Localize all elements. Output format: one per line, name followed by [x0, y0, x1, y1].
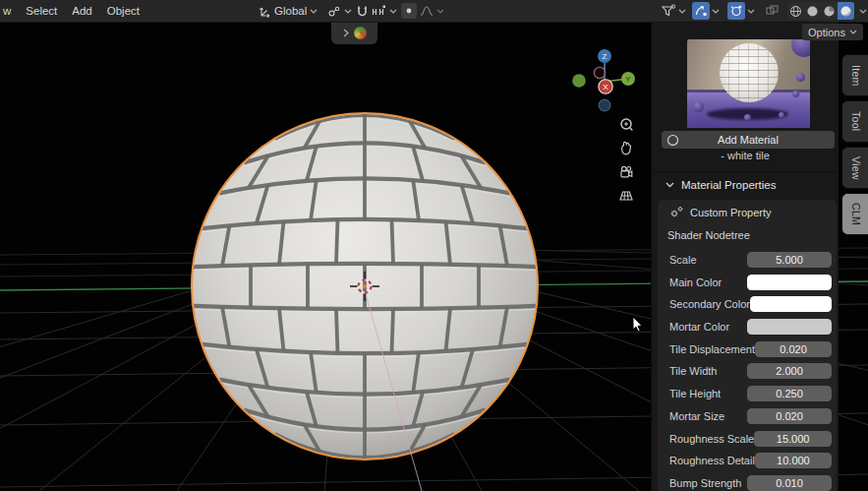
show-overlays-toggle[interactable] — [727, 2, 745, 20]
property-label: Secondary Color — [667, 298, 750, 310]
header-menus: w Select Add Object — [3, 5, 154, 17]
chevron-down-icon[interactable] — [747, 9, 755, 14]
material-preview-image — [687, 39, 810, 128]
number-field[interactable]: 0.250 — [747, 386, 832, 401]
snap-target-icon[interactable] — [372, 5, 386, 18]
collapsed-last-operator-panel[interactable] — [331, 22, 377, 44]
svg-text:X: X — [603, 83, 608, 92]
number-field[interactable]: 0.010 — [747, 475, 832, 491]
gizmo-neg-y-ball[interactable] — [572, 74, 586, 88]
property-row: Roughness Scale15.000 — [667, 431, 832, 447]
orientation-axes-icon — [259, 5, 271, 18]
chevron-down-icon[interactable] — [389, 9, 397, 14]
shading-mode-group — [787, 2, 854, 20]
chevron-down-icon[interactable] — [436, 9, 444, 14]
number-field[interactable]: 0.020 — [747, 408, 832, 424]
shading-solid-button[interactable] — [804, 2, 821, 20]
property-row: Tile Height0.250 — [667, 386, 832, 401]
color-swatch[interactable] — [750, 296, 832, 312]
property-label: Tile Width — [667, 365, 747, 377]
sidebar-tab-clm[interactable]: CLM — [841, 193, 868, 235]
sidebar-tab-item[interactable]: Item — [841, 54, 868, 96]
property-label: Tile Height — [667, 388, 747, 399]
preview-ball — [796, 73, 805, 82]
number-field[interactable]: 5.000 — [747, 252, 832, 268]
section-title: Material Properties — [681, 179, 777, 191]
chevron-down-icon — [310, 9, 318, 14]
number-field[interactable]: 0.020 — [755, 341, 832, 357]
xray-toggle[interactable] — [765, 4, 780, 18]
property-label: Mortar Color — [667, 321, 747, 333]
shading-rendered-button[interactable] — [838, 2, 854, 20]
color-swatch[interactable] — [747, 275, 832, 290]
preview-ball — [791, 39, 810, 57]
chevron-down-icon — [849, 30, 857, 34]
chevron-down-icon[interactable] — [859, 9, 867, 14]
menu-view[interactable]: w — [3, 5, 20, 17]
chevron-down-icon — [344, 9, 352, 14]
material-properties-section-header[interactable]: Material Properties — [665, 176, 777, 194]
proportional-edit-controls — [401, 0, 444, 22]
chevron-down-icon — [665, 182, 674, 188]
number-field[interactable]: 2.000 — [747, 363, 832, 379]
property-rows: Scale5.000Main ColorSecondary ColorMorta… — [667, 252, 832, 491]
add-material-label: Add Material — [718, 134, 779, 146]
show-gizmo-toggle[interactable] — [692, 2, 710, 20]
property-row: Mortar Size0.020 — [667, 408, 832, 424]
property-label: Scale — [667, 254, 747, 266]
proportional-edit-icon[interactable] — [401, 3, 417, 19]
shading-material-button[interactable] — [821, 2, 838, 20]
transform-orientation-dropdown[interactable]: Global — [259, 0, 318, 22]
menu-add[interactable]: Add — [72, 5, 100, 17]
shading-wireframe-button[interactable] — [787, 2, 804, 20]
pivot-point-dropdown[interactable] — [327, 0, 352, 22]
sidebar-tab-view[interactable]: View — [841, 147, 868, 189]
sidebar-tab-tool[interactable]: Tool — [841, 100, 868, 143]
property-row: Main Color — [667, 275, 832, 290]
svg-text:Z: Z — [603, 52, 608, 61]
gizmo-neg-x-ball[interactable] — [594, 67, 605, 78]
property-row: Tile Displacement0.020 — [667, 341, 832, 357]
menu-object[interactable]: Object — [107, 5, 148, 17]
preview-tiled-sphere — [720, 43, 779, 102]
svg-text:Y: Y — [625, 75, 631, 84]
header-right-controls — [662, 0, 867, 22]
custom-property-button[interactable]: Custom Property — [667, 205, 832, 219]
divider — [652, 171, 839, 172]
property-row: Scale5.000 — [667, 252, 832, 268]
property-row: Bump Strength0.010 — [667, 475, 832, 491]
n-panel: Add Material - white tile Material Prope… — [651, 22, 839, 491]
filter-visibility-icon[interactable] — [662, 4, 676, 18]
property-row: Secondary Color — [667, 296, 832, 312]
gears-icon — [669, 206, 683, 218]
pivot-point-icon — [327, 5, 341, 18]
preview-ball — [792, 91, 799, 97]
options-label: Options — [808, 27, 845, 38]
preview-ball — [779, 112, 784, 118]
viewport-header: w Select Add Object Global — [0, 0, 868, 23]
property-label: Roughness Detail — [667, 455, 755, 466]
material-sphere-icon — [666, 134, 679, 147]
shader-nodetree-label: Shader Nodetree — [667, 227, 832, 242]
orientation-label: Global — [274, 5, 307, 17]
snap-magnet-icon[interactable] — [356, 5, 369, 18]
property-label: Tile Displacement — [667, 343, 755, 355]
options-dropdown[interactable]: Options — [802, 24, 863, 40]
number-field[interactable]: 15.000 — [754, 431, 832, 447]
menu-select[interactable]: Select — [26, 5, 66, 17]
material-preview-ball-icon — [354, 27, 367, 39]
property-label: Main Color — [667, 276, 747, 288]
material-list-item[interactable]: - white tile — [652, 150, 839, 163]
number-field[interactable]: 10.000 — [755, 453, 832, 468]
falloff-curve-icon[interactable] — [420, 5, 434, 17]
preview-ball — [693, 101, 704, 112]
chevron-down-icon[interactable] — [678, 9, 686, 14]
snap-controls — [356, 0, 397, 22]
property-row: Mortar Color — [667, 319, 832, 335]
chevron-down-icon[interactable] — [712, 9, 720, 14]
add-material-button[interactable]: Add Material — [662, 131, 835, 149]
chevron-right-icon — [343, 29, 349, 37]
color-swatch[interactable] — [747, 319, 832, 335]
gizmo-neg-z-ball[interactable] — [599, 99, 610, 111]
custom-property-label: Custom Property — [690, 207, 772, 218]
